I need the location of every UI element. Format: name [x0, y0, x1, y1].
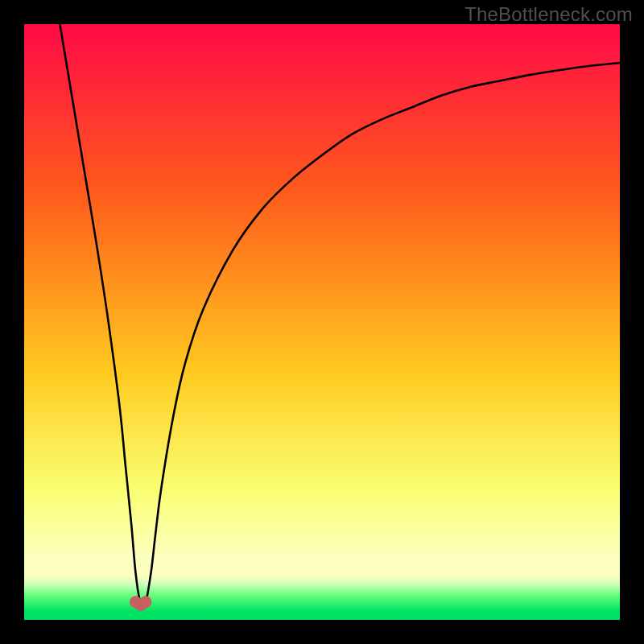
- watermark-text: TheBottleneck.com: [464, 3, 633, 26]
- marker-right: [139, 596, 151, 608]
- plot-area: [24, 24, 620, 620]
- bottleneck-curve: [24, 24, 620, 620]
- curve-path: [60, 24, 620, 605]
- chart-frame: TheBottleneck.com: [0, 0, 644, 644]
